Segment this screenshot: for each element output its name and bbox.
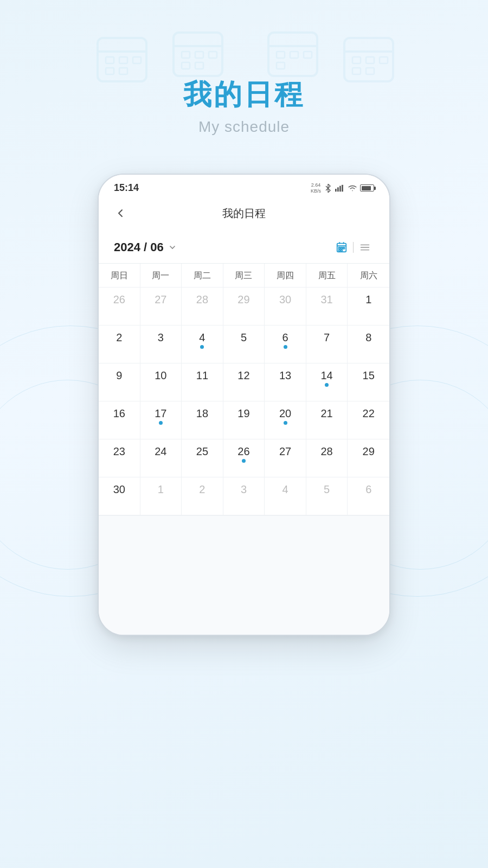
calendar-day-cell[interactable]: 17 [140,401,182,439]
svg-rect-18 [304,52,312,58]
svg-rect-12 [182,62,190,69]
calendar-day-cell[interactable]: 2 [99,326,140,363]
calendar-day-cell[interactable]: 5 [223,326,265,363]
svg-rect-9 [182,52,190,58]
weekday-headers: 周日周一周二周三周四周五周六 [99,264,389,288]
view-toggle [332,238,374,257]
day-number: 16 [113,408,125,419]
svg-rect-24 [380,57,388,63]
calendar-day-cell[interactable]: 30 [99,477,140,515]
svg-rect-2 [106,57,114,63]
calendar-day-cell[interactable]: 31 [306,288,348,326]
calendar-day-cell[interactable]: 9 [99,363,140,401]
day-number: 23 [113,446,125,457]
calendar-day-cell[interactable]: 7 [306,326,348,363]
day-number: 1 [365,294,371,305]
header-section: 我的日程 My schedule [0,76,488,136]
calendar-day-cell[interactable]: 12 [223,363,265,401]
calendar-day-cell[interactable]: 2 [182,477,223,515]
calendar-day-cell[interactable]: 1 [348,288,389,326]
day-number: 27 [279,446,291,457]
day-number: 22 [363,408,375,419]
svg-rect-14 [268,33,317,76]
calendar-day-cell[interactable]: 14 [306,363,348,401]
calendar-day-cell[interactable]: 8 [348,326,389,363]
day-number: 11 [196,370,208,381]
calendar-day-cell[interactable]: 27 [140,288,182,326]
calendar-day-cell[interactable]: 6 [265,326,306,363]
day-number: 26 [113,294,125,305]
calendar-grid: 周日周一周二周三周四周五周六 2627282930311234567891011… [99,263,389,515]
day-number: 1 [158,484,164,495]
weekday-cell: 周一 [140,264,182,287]
signal-icon [335,184,345,192]
calendar-day-cell[interactable]: 29 [223,288,265,326]
calendar-day-cell[interactable]: 13 [265,363,306,401]
calendar-day-cell[interactable]: 18 [182,401,223,439]
day-number: 2 [199,484,205,495]
calendar-day-cell[interactable]: 30 [265,288,306,326]
calendar-day-cell[interactable]: 15 [348,363,389,401]
svg-rect-27 [335,189,337,192]
calendar-day-cell[interactable]: 4 [182,326,223,363]
event-dot [284,345,287,349]
calendar-day-cell[interactable]: 11 [182,363,223,401]
calendar-day-cell[interactable]: 28 [306,439,348,477]
calendar-day-cell[interactable]: 19 [223,401,265,439]
calendar-day-cell[interactable]: 28 [182,288,223,326]
page-title-en: My schedule [0,118,488,136]
svg-rect-25 [352,68,361,74]
calendar-day-cell[interactable]: 23 [99,439,140,477]
calendar-view-button[interactable] [332,238,351,257]
event-dot [200,345,204,349]
event-dot [325,383,329,387]
svg-rect-29 [339,186,341,192]
calendar-day-cell[interactable]: 27 [265,439,306,477]
svg-rect-4 [133,57,141,63]
schedule-list-area [99,515,389,635]
status-time: 15:14 [114,182,139,194]
app-bar: 我的日程 [99,199,389,228]
calendar-day-cell[interactable]: 25 [182,439,223,477]
calendar-day-cell[interactable]: 26 [99,288,140,326]
svg-rect-3 [119,57,127,63]
calendar-day-cell[interactable]: 21 [306,401,348,439]
weekday-cell: 周三 [223,264,265,287]
calendar-day-cell[interactable]: 24 [140,439,182,477]
app-title: 我的日程 [222,206,266,221]
bluetooth-icon [324,184,332,193]
day-number: 14 [321,370,333,381]
calendar-day-cell[interactable]: 16 [99,401,140,439]
calendar-day-cell[interactable]: 29 [348,439,389,477]
day-number: 28 [321,446,333,457]
svg-rect-5 [106,68,114,74]
day-number: 8 [365,332,371,343]
weekday-cell: 周六 [348,264,389,287]
event-dot [159,421,163,425]
svg-rect-38 [339,250,341,251]
day-number: 29 [363,446,375,457]
calendar-day-cell[interactable]: 3 [140,326,182,363]
calendar-day-cell[interactable]: 3 [223,477,265,515]
calendar-day-cell[interactable]: 6 [348,477,389,515]
list-view-button[interactable] [356,238,374,257]
svg-rect-10 [195,52,203,58]
calendar-day-cell[interactable]: 5 [306,477,348,515]
svg-rect-39 [341,250,343,251]
calendar-day-cell[interactable]: 20 [265,401,306,439]
calendar-day-cell[interactable]: 1 [140,477,182,515]
calendar-header: 2024 / 06 [99,228,389,263]
calendar-day-cell[interactable]: 4 [265,477,306,515]
view-divider [353,242,354,253]
svg-rect-17 [290,52,298,58]
day-number: 18 [196,408,208,419]
calendar-day-cell[interactable]: 26 [223,439,265,477]
month-selector[interactable]: 2024 / 06 [114,240,177,254]
weekday-cell: 周二 [182,264,223,287]
calendar-day-cell[interactable]: 22 [348,401,389,439]
weekday-cell: 周四 [265,264,306,287]
calendar-day-cell[interactable]: 10 [140,363,182,401]
back-button[interactable] [114,207,127,220]
event-dot [284,421,287,425]
day-number: 20 [279,408,291,419]
